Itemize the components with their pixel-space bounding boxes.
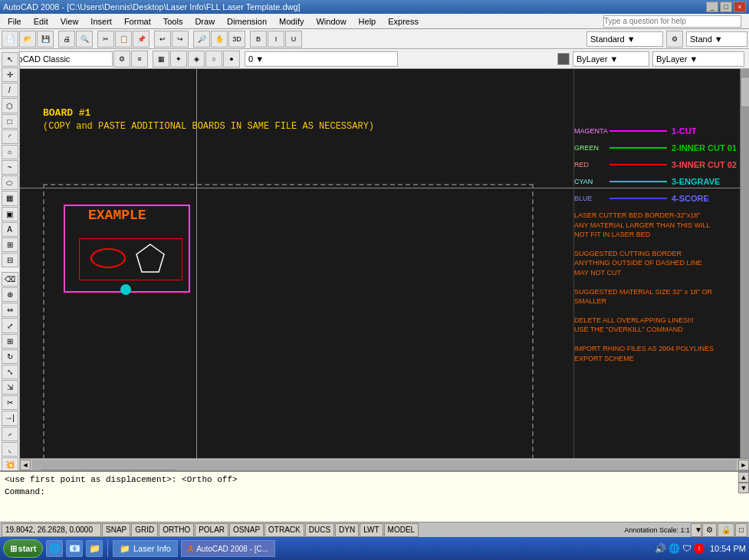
scroll-left-btn[interactable]: ◄	[20, 460, 31, 470]
lt-move[interactable]: ✛	[2, 67, 18, 82]
lt-offset[interactable]: ⤢	[2, 318, 18, 332]
tb-save[interactable]: 💾	[37, 31, 54, 47]
command-scroll-up[interactable]: ▲	[738, 472, 749, 483]
grid-toggle[interactable]: GRID	[131, 523, 158, 537]
tb-icon2[interactable]: 🔒	[718, 523, 734, 537]
taskbar-autocad[interactable]: A AutoCAD 2008 - [C...	[181, 540, 275, 557]
tb-paste[interactable]: 📌	[133, 31, 149, 47]
command-scroll-down[interactable]: ▼	[738, 483, 749, 493]
tb-zoom[interactable]: 🔎	[193, 31, 210, 47]
scrollbar-right[interactable]	[740, 69, 749, 470]
tb-preview[interactable]: 🔍	[76, 31, 93, 47]
lt-circle[interactable]: ○	[2, 145, 18, 159]
lt-text[interactable]: A	[2, 222, 18, 237]
ortho-toggle[interactable]: ORTHO	[159, 523, 194, 537]
help-search-input[interactable]	[603, 15, 741, 28]
lt-rotate[interactable]: ↻	[2, 349, 18, 364]
tb-layer1[interactable]: ▦	[153, 51, 169, 67]
lt-ellipse[interactable]: ⬭	[2, 175, 18, 190]
color-dropdown[interactable]: ByLayer ▼	[573, 51, 649, 67]
tb-r1[interactable]: ⚙	[666, 31, 683, 47]
linetype-dropdown[interactable]: ByLayer ▼	[652, 51, 744, 67]
tray-icon2[interactable]: 🌐	[669, 543, 680, 554]
tb-b3[interactable]: U	[285, 31, 302, 47]
lt-poly[interactable]: ⬡	[2, 98, 18, 113]
taskbar-laser-info[interactable]: 📁 Laser Info	[113, 540, 178, 557]
minimize-button[interactable]: _	[706, 2, 718, 12]
lt-scale[interactable]: ⤡	[2, 365, 18, 379]
quick-launch-ie[interactable]: 🌐	[46, 540, 63, 557]
tb-redo[interactable]: ↪	[172, 31, 189, 47]
menu-format[interactable]: Format	[118, 15, 157, 28]
annotation-scale-btn[interactable]: ▼	[691, 523, 701, 537]
tb-undo[interactable]: ↩	[154, 31, 171, 47]
lt-insert[interactable]: ⊞	[2, 237, 18, 252]
lt-arc[interactable]: ◜	[2, 129, 18, 144]
lt-array[interactable]: ⊞	[2, 334, 18, 349]
stand-dropdown2[interactable]: Stand ▼	[686, 31, 747, 47]
lt-erase[interactable]: ⌫	[2, 272, 18, 287]
lt-break[interactable]: ⌿	[2, 427, 18, 441]
lt-stretch[interactable]: ⇲	[2, 380, 18, 395]
hscroll-bar[interactable]: ◄ ►	[20, 458, 749, 470]
tb-new[interactable]: 📄	[2, 31, 18, 47]
snap-toggle[interactable]: SNAP	[102, 523, 130, 537]
menu-tools[interactable]: Tools	[157, 15, 189, 28]
tray-icon3[interactable]: 🛡	[682, 543, 692, 554]
lwt-toggle[interactable]: LWT	[360, 523, 383, 537]
lt-hatch[interactable]: ▦	[2, 191, 18, 205]
tb-icon3[interactable]: □	[735, 523, 747, 537]
lt-trim[interactable]: ✂	[2, 395, 18, 410]
model-toggle[interactable]: MODEL	[384, 523, 419, 537]
lt-attdef[interactable]: ⊟	[2, 253, 18, 267]
lt-spline[interactable]: ~	[2, 160, 18, 175]
menu-file[interactable]: File	[2, 15, 28, 28]
tray-security-alert[interactable]: !	[694, 543, 705, 554]
tb-b1[interactable]: B	[250, 31, 267, 47]
menu-dimension[interactable]: Dimension	[221, 15, 273, 28]
coordinates-display[interactable]: 19.8042, 26.2628, 0.0000	[2, 523, 101, 537]
tray-icon1[interactable]: 🔊	[655, 543, 666, 554]
tb-cut[interactable]: ✂	[97, 31, 114, 47]
tb-ws2[interactable]: ≡	[131, 51, 148, 67]
menu-edit[interactable]: Edit	[28, 15, 54, 28]
menu-view[interactable]: View	[54, 15, 85, 28]
maximize-button[interactable]: □	[720, 2, 732, 12]
menu-help[interactable]: Help	[353, 15, 383, 28]
tb-pan[interactable]: ✋	[211, 31, 228, 47]
layer-dropdown[interactable]: 0 ▼	[245, 51, 398, 67]
lt-extend[interactable]: →|	[2, 411, 18, 425]
scrollbar-thumb-right[interactable]	[741, 77, 749, 107]
menu-window[interactable]: Window	[310, 15, 352, 28]
dyn-toggle[interactable]: DYN	[335, 523, 359, 537]
menu-insert[interactable]: Insert	[84, 15, 118, 28]
scroll-right-btn[interactable]: ►	[738, 460, 749, 470]
quick-launch-explorer[interactable]: 📁	[86, 540, 103, 557]
menu-modify[interactable]: Modify	[273, 15, 310, 28]
otrack-toggle[interactable]: OTRACK	[264, 523, 304, 537]
ducs-toggle[interactable]: DUCS	[305, 523, 334, 537]
lt-select[interactable]: ↖	[2, 52, 18, 67]
tb-3d[interactable]: 3D	[228, 31, 245, 47]
tb-layer4[interactable]: ○	[205, 51, 222, 67]
lt-rect[interactable]: □	[2, 114, 18, 129]
tb-icon1[interactable]: ⚙	[702, 523, 717, 537]
polar-toggle[interactable]: POLAR	[195, 523, 228, 537]
lt-fillet[interactable]: ◟	[2, 442, 18, 457]
close-button[interactable]: ×	[734, 2, 746, 12]
drawing-area[interactable]: BOARD #1 (COPY and PASTE ADDITIONAL BOAR…	[20, 69, 749, 470]
tb-layer5[interactable]: ●	[223, 51, 240, 67]
tb-layer3[interactable]: ◈	[188, 51, 205, 67]
menu-express[interactable]: Express	[382, 15, 425, 28]
tb-layer2[interactable]: ✦	[170, 51, 187, 67]
tb-color[interactable]	[557, 53, 570, 65]
lt-mirror[interactable]: ⇔	[2, 303, 18, 317]
osnap-toggle[interactable]: OSNAP	[229, 523, 264, 537]
tb-b2[interactable]: I	[268, 31, 284, 47]
tb-ws1[interactable]: ⚙	[113, 51, 130, 67]
lt-region[interactable]: ▣	[2, 207, 18, 221]
tb-copy[interactable]: 📋	[115, 31, 132, 47]
start-button[interactable]: ⊞ start	[3, 539, 43, 558]
tb-open[interactable]: 📂	[19, 31, 36, 47]
tb-print[interactable]: 🖨	[58, 31, 75, 47]
